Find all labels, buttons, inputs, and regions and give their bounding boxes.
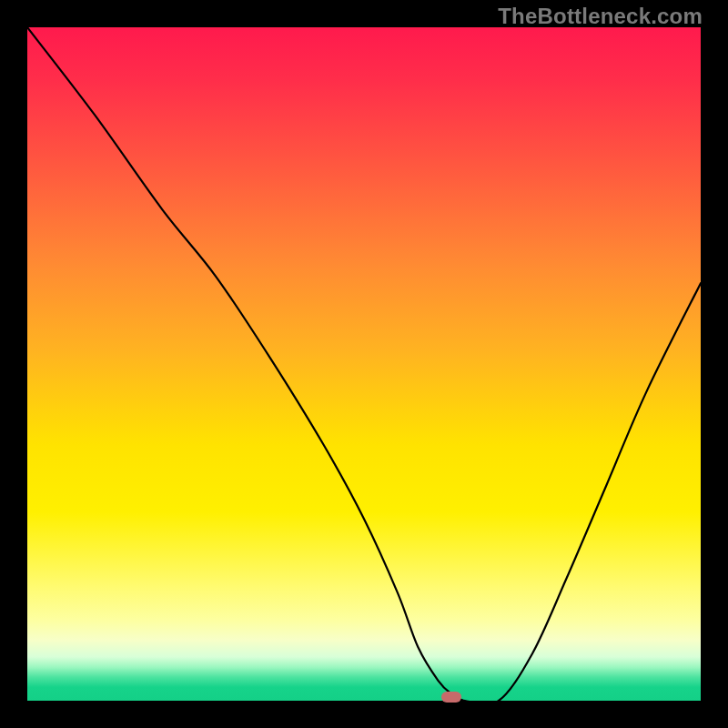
chart-frame: TheBottleneck.com [0, 0, 728, 728]
plot-area [27, 27, 701, 701]
line-curve [27, 27, 701, 701]
watermark-text: TheBottleneck.com [498, 4, 703, 29]
optimal-marker [441, 692, 461, 703]
